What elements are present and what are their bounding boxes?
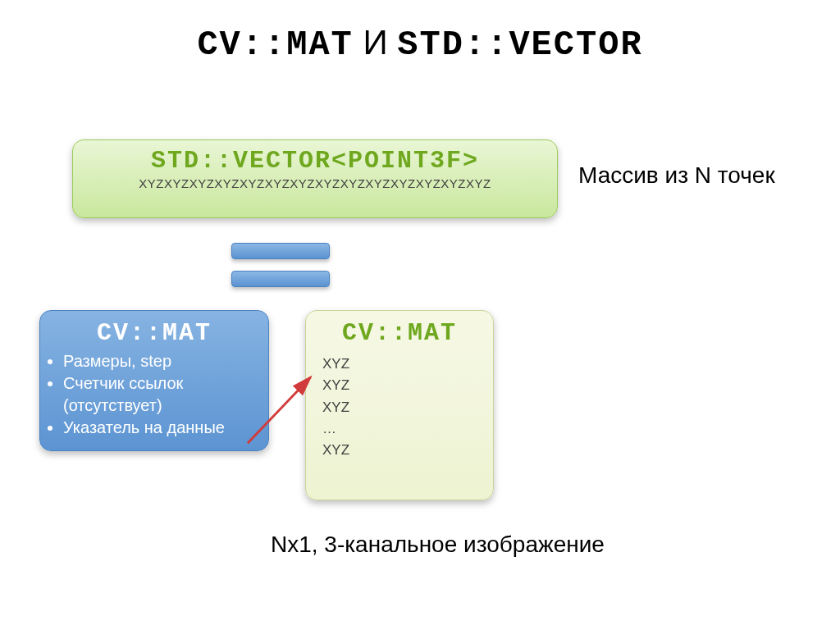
cvmat-data-title: CV::MAT	[306, 311, 493, 347]
cvmat-header-box: CV::MAT Размеры, step Счетчик ссылок (от…	[39, 310, 269, 451]
cvmat-header-list: Размеры, step Счетчик ссылок (отсутствуе…	[63, 350, 268, 439]
title-stdvector: STD::VECTOR	[397, 25, 642, 65]
data-row: XYZ	[322, 397, 493, 418]
vector-box: STD::VECTOR<POINT3F> XYZXYZXYZXYZXYZXYZX…	[72, 139, 558, 218]
data-row: XYZ	[322, 375, 493, 396]
cvmat-data-rows: XYZ XYZ XYZ … XYZ	[306, 347, 493, 462]
title-cvmat: CV::MAT	[197, 25, 353, 65]
side-caption: Массив из N точек	[578, 162, 775, 189]
equals-bar	[231, 271, 330, 287]
footer-caption: Nx1, 3-канальное изображение	[271, 532, 605, 558]
data-row: …	[322, 418, 493, 440]
vector-box-body: XYZXYZXYZXYZXYZXYZXYZXYZXYZXYZXYZXYZXYZX…	[73, 175, 557, 190]
data-row: XYZ	[322, 440, 493, 461]
list-item: Размеры, step	[63, 350, 268, 372]
cvmat-header-title: CV::MAT	[40, 319, 268, 347]
vector-box-header: STD::VECTOR<POINT3F>	[73, 140, 557, 175]
list-item: Счетчик ссылок (отсутствует)	[63, 372, 268, 417]
title-sep: И	[354, 23, 398, 62]
equals-bar	[231, 243, 330, 259]
list-item: Указатель на данные	[63, 417, 268, 439]
cvmat-data-box: CV::MAT XYZ XYZ XYZ … XYZ	[305, 310, 494, 500]
slide-title: CV::MAT И STD::VECTOR	[0, 23, 840, 65]
data-row: XYZ	[322, 354, 493, 375]
equals-icon	[231, 243, 330, 299]
